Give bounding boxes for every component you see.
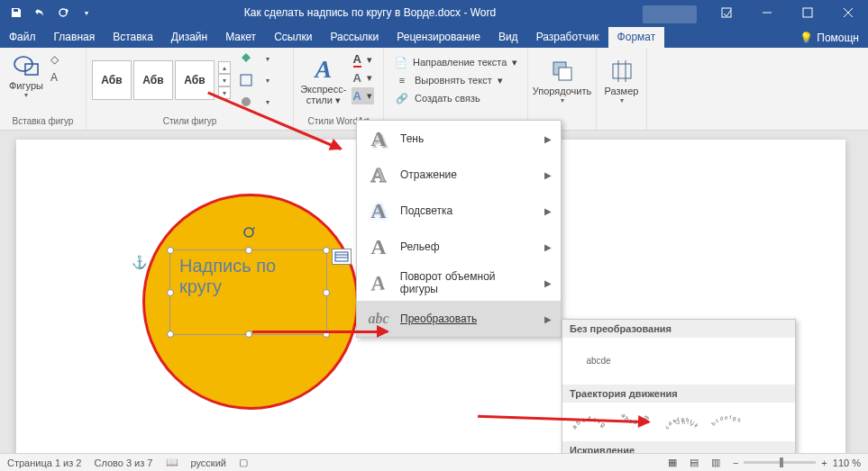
status-page[interactable]: Страница 1 из 2 [7, 457, 81, 468]
shape-style-1[interactable]: Абв [92, 60, 132, 100]
menu-label: Рельеф [400, 240, 440, 253]
tab-format[interactable]: Формат [608, 27, 665, 48]
menu-item-rotation[interactable]: A Поворот объемной фигуры ▶ [357, 265, 561, 301]
maximize-button[interactable] [787, 0, 827, 25]
status-macro-icon[interactable]: ▢ [239, 457, 248, 468]
submenu-arrow-icon: ▶ [544, 278, 552, 288]
ribbon-options-icon[interactable] [706, 0, 746, 25]
create-link-button[interactable]: 🔗Создать связь [393, 90, 518, 106]
tab-design[interactable]: Дизайн [162, 27, 216, 48]
zoom-value[interactable]: 110 % [833, 457, 861, 468]
chevron-down-icon: ▾ [24, 91, 28, 99]
text-content[interactable]: Надпись по кругу [170, 250, 326, 303]
status-words[interactable]: Слово 3 из 7 [94, 457, 152, 468]
redo-icon[interactable] [52, 2, 74, 23]
zoom-slider[interactable] [744, 461, 816, 464]
resize-handle[interactable] [167, 331, 174, 338]
menu-item-bevel[interactable]: A Рельеф ▶ [357, 229, 561, 265]
text-fill-button[interactable]: A▾ [352, 51, 374, 68]
shape-outline-icon[interactable] [236, 70, 256, 90]
transform-none[interactable]: abcde [571, 343, 626, 379]
resize-handle[interactable] [245, 247, 252, 254]
zoom-control[interactable]: − + 110 % [733, 457, 861, 468]
text-frame[interactable]: Надпись по кругу [169, 249, 327, 335]
submenu-arrow-icon: ▶ [544, 242, 552, 252]
close-button[interactable] [827, 0, 868, 25]
dropdown-icon[interactable]: ▾ [258, 49, 278, 68]
zoom-in-icon[interactable]: + [821, 457, 827, 468]
link-icon: 🔗 [395, 91, 409, 105]
view-web-icon[interactable]: ▥ [711, 457, 720, 468]
transform-section-none: Без преобразования [562, 320, 795, 338]
resize-handle[interactable] [167, 247, 174, 254]
group-size: Размер ▾ [597, 48, 647, 130]
tab-review[interactable]: Рецензирование [388, 27, 489, 48]
resize-handle[interactable] [245, 331, 252, 338]
align-text-button[interactable]: ≡Выровнять текст ▾ [393, 72, 518, 88]
menu-item-reflection[interactable]: A Отражение ▶ [357, 157, 561, 193]
text-direction-icon: 📄 [395, 55, 407, 69]
tell-me[interactable]: 💡Помощн [790, 28, 868, 48]
rotation-icon: A [365, 268, 388, 297]
resize-handle[interactable] [167, 289, 174, 296]
shapes-icon [12, 51, 41, 80]
resize-handle[interactable] [323, 289, 330, 296]
text-direction-button[interactable]: 📄Направление текста ▾ [393, 54, 518, 70]
minimize-button[interactable] [746, 0, 787, 25]
svg-point-9 [242, 97, 251, 106]
status-language[interactable]: русский [191, 457, 226, 468]
status-spellcheck-icon[interactable]: 📖 [166, 457, 178, 468]
view-read-icon[interactable]: ▦ [668, 457, 677, 468]
gallery-down-icon[interactable]: ▾ [218, 74, 231, 86]
svg-text:b c d e f g h: b c d e f g h [710, 414, 742, 426]
transform-circle[interactable]: c d e f g h i j kG h i j [661, 404, 704, 439]
dropdown-icon[interactable]: ▾ [258, 92, 278, 112]
menu-label: Тень [400, 132, 424, 145]
text-outline-button[interactable]: A▾ [352, 70, 374, 86]
resize-handle[interactable] [323, 247, 330, 254]
submenu-arrow-icon: ▶ [544, 170, 552, 180]
align-text-icon: ≡ [395, 73, 409, 87]
ribbon: Фигуры ▾ ◇ A Вставка фигур Абв Абв Абв ▴… [0, 48, 868, 131]
text-box-icon[interactable]: A [50, 71, 67, 87]
submenu-arrow-icon: ▶ [544, 206, 552, 216]
edit-shape-icon[interactable]: ◇ [50, 53, 67, 69]
tab-view[interactable]: Вид [489, 27, 527, 48]
menu-item-glow[interactable]: A Подсветка ▶ [357, 193, 561, 229]
gallery-up-icon[interactable]: ▴ [218, 61, 231, 74]
tab-mailings[interactable]: Рассылки [321, 27, 388, 48]
tab-home[interactable]: Главная [45, 27, 105, 48]
undo-icon[interactable] [29, 2, 50, 23]
zoom-out-icon[interactable]: − [733, 457, 738, 468]
view-print-icon[interactable]: ▤ [690, 457, 699, 468]
text-effects-button[interactable]: A▾ [352, 87, 374, 104]
bevel-icon: A [366, 235, 391, 259]
menu-item-shadow[interactable]: A Тень ▶ [357, 121, 561, 157]
size-button[interactable]: Размер ▾ [602, 50, 641, 111]
tab-insert[interactable]: Вставка [104, 27, 162, 48]
layout-options-icon[interactable] [332, 249, 352, 265]
tab-file[interactable]: Файл [0, 27, 45, 48]
shape-fill-icon[interactable] [236, 49, 256, 68]
share-button[interactable] [643, 5, 697, 23]
svg-rect-11 [559, 68, 571, 80]
save-icon[interactable] [5, 2, 27, 23]
quick-styles-button[interactable]: A Экспресс-стили ▾ [299, 50, 348, 111]
submenu-arrow-icon: ▶ [544, 134, 552, 144]
shape-style-2[interactable]: Абв [133, 60, 173, 100]
arrange-button[interactable]: Упорядочить ▾ [534, 50, 590, 111]
tab-developer[interactable]: Разработчик [527, 27, 608, 48]
tab-references[interactable]: Ссылки [265, 27, 321, 48]
rotate-handle-icon[interactable] [242, 225, 256, 240]
transform-path-row: a b c d e f g a b c d e f g c d e f g h … [562, 403, 795, 441]
svg-point-0 [59, 9, 67, 16]
tab-layout[interactable]: Макет [216, 27, 265, 48]
group-insert-shapes: Фигуры ▾ ◇ A Вставка фигур [0, 48, 87, 130]
dropdown-icon[interactable]: ▾ [258, 70, 278, 90]
qat-dropdown-icon[interactable]: ▾ [76, 2, 97, 23]
group-arrange: Упорядочить ▾ [528, 48, 597, 130]
transform-button[interactable]: b c d e f g h [707, 404, 750, 439]
group-wordart-styles: A Экспресс-стили ▾ A▾ A▾ A▾ Стили WordAr… [294, 48, 384, 130]
shapes-button[interactable]: Фигуры ▾ [5, 50, 47, 101]
svg-rect-12 [613, 64, 631, 78]
